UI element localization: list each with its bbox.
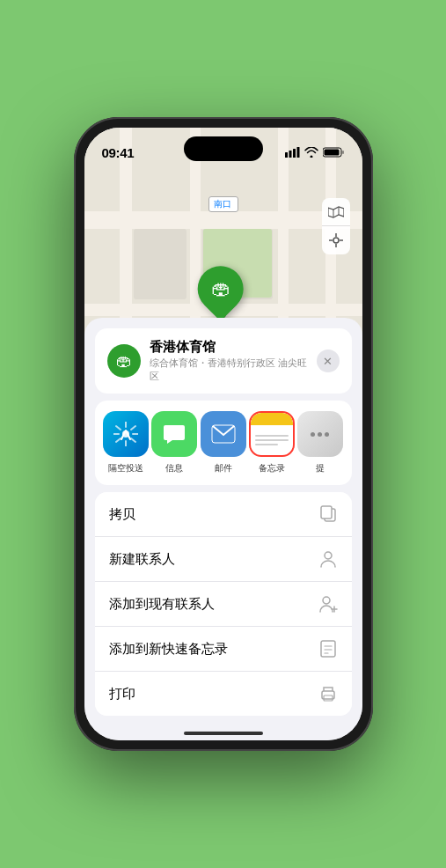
share-item-message[interactable]: 信息 (150, 411, 199, 474)
action-list: 拷贝 新建联系人 添加到现有联系人 (95, 492, 352, 716)
action-add-quick-note[interactable]: 添加到新快速备忘录 (95, 627, 352, 672)
svg-point-18 (325, 552, 332, 559)
action-copy[interactable]: 拷贝 (95, 492, 352, 537)
person-add-icon (318, 594, 338, 614)
venue-icon-glyph: 🏟 (116, 352, 132, 371)
share-row: 隔空投送 信息 (95, 401, 352, 485)
print-icon (318, 684, 338, 703)
signal-icon (285, 147, 300, 158)
phone-frame: 09:41 (74, 117, 373, 751)
wifi-icon (304, 147, 318, 158)
map-label: 南口 (208, 196, 238, 212)
close-button[interactable]: ✕ (317, 349, 340, 372)
share-label-airdrop: 隔空投送 (108, 462, 143, 474)
phone-screen: 09:41 (84, 128, 362, 740)
location-venue-icon: 🏟 (107, 344, 141, 378)
location-button[interactable] (322, 226, 350, 254)
action-print[interactable]: 打印 (95, 672, 352, 716)
action-print-label: 打印 (109, 686, 135, 702)
dynamic-island (184, 136, 263, 161)
location-name: 香港体育馆 (150, 339, 308, 356)
status-time: 09:41 (102, 145, 135, 160)
svg-rect-27 (324, 695, 333, 701)
svg-rect-1 (289, 151, 291, 158)
copy-icon (318, 504, 338, 524)
svg-rect-2 (293, 149, 296, 158)
share-item-airdrop[interactable]: 隔空投送 (102, 411, 150, 474)
location-info: 香港体育馆 综合体育馆・香港特别行政区 油尖旺区 (150, 339, 308, 383)
action-add-existing[interactable]: 添加到现有联系人 (95, 582, 352, 627)
svg-rect-17 (321, 506, 332, 519)
svg-rect-6 (324, 150, 339, 156)
share-item-mail[interactable]: 邮件 (199, 411, 247, 474)
share-label-mail: 邮件 (215, 462, 232, 474)
bottom-sheet: 🏟 香港体育馆 综合体育馆・香港特别行政区 油尖旺区 ✕ (84, 318, 362, 740)
airdrop-icon (103, 411, 149, 457)
person-icon (318, 549, 338, 569)
action-add-existing-label: 添加到现有联系人 (109, 596, 215, 613)
action-add-quick-note-label: 添加到新快速备忘录 (109, 641, 228, 658)
action-new-contact-label: 新建联系人 (109, 551, 175, 568)
more-icon (297, 411, 343, 457)
map-label-prefix: 南口 (214, 199, 231, 209)
map-type-button[interactable] (322, 198, 350, 226)
status-icons (285, 147, 345, 158)
share-label-more: 提 (316, 462, 325, 474)
note-icon (318, 639, 338, 658)
mail-icon (201, 411, 246, 457)
location-desc: 综合体育馆・香港特别行政区 油尖旺区 (150, 357, 308, 383)
location-card: 🏟 香港体育馆 综合体育馆・香港特别行政区 油尖旺区 ✕ (95, 328, 352, 394)
stadium-icon: 🏟 (211, 277, 230, 300)
battery-icon (323, 147, 345, 158)
svg-rect-3 (296, 147, 299, 158)
notes-icon (249, 411, 295, 457)
home-indicator (184, 732, 263, 735)
svg-rect-0 (285, 152, 288, 158)
svg-rect-5 (342, 151, 344, 154)
share-item-notes[interactable]: 备忘录 (247, 411, 296, 474)
share-label-message: 信息 (165, 462, 183, 474)
action-copy-label: 拷贝 (109, 506, 135, 523)
share-item-more[interactable]: 提 (296, 411, 344, 474)
svg-point-19 (323, 597, 330, 604)
map-controls (322, 198, 350, 254)
action-new-contact[interactable]: 新建联系人 (95, 537, 352, 582)
message-icon (151, 411, 197, 457)
share-label-notes: 备忘录 (259, 462, 285, 474)
svg-rect-22 (321, 641, 335, 657)
svg-point-9 (333, 238, 339, 243)
